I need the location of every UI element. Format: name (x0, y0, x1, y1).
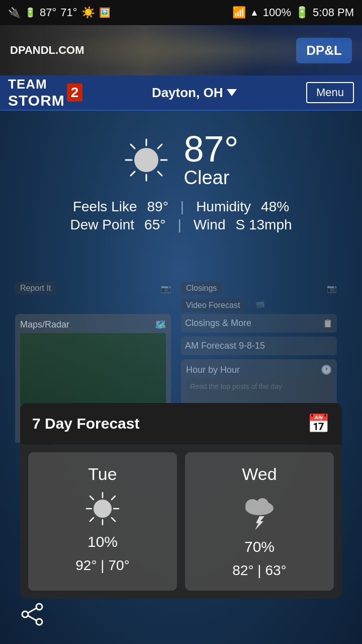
forecast-card[interactable]: 7 Day Forecast 📅 Tue (20, 403, 342, 599)
dropdown-arrow-icon (227, 89, 237, 96)
svg-line-4 (131, 144, 135, 148)
storm-logo: TEAM STORM 2 (8, 76, 82, 109)
svg-point-23 (36, 619, 42, 625)
feels-like-value: 89° (147, 199, 168, 215)
tue-precip: 10% (87, 533, 118, 550)
usb-icon: 🔌 (8, 7, 21, 19)
status-bar: 🔌 🔋 87° 71° ☀️ 🖼️ 📶 ▲ 100% 🔋 5:08 PM (0, 0, 362, 25)
humidity-value: 48% (261, 199, 289, 215)
wind-label: Wind (194, 217, 226, 233)
image-icon: 🖼️ (99, 7, 110, 18)
tue-weather-icon (82, 491, 123, 526)
tue-temps: 92° | 70° (75, 557, 130, 574)
sun-weather-icon (124, 137, 169, 183)
ad-banner[interactable]: DPANDL.COM DP&L (0, 25, 362, 75)
dew-point-value: 65° (144, 217, 165, 233)
storm-team-text: TEAM STORM (8, 76, 65, 109)
share-icon (20, 602, 45, 627)
battery-percent: 100% (263, 6, 291, 19)
report-it-tab: Report It (15, 282, 56, 295)
svg-line-5 (158, 172, 162, 176)
svg-line-14 (112, 518, 115, 521)
day-name-tue: Tue (88, 464, 117, 484)
hour-by-hour-label: Hour by Hour (186, 365, 240, 375)
video-forecast-tab: Video Forecast (181, 299, 245, 312)
calendar-icon: 📅 (307, 413, 330, 434)
day-name-wed: Wed (242, 464, 277, 484)
map-icon: 🗺️ (155, 319, 166, 330)
list-icon: 📋 (323, 318, 333, 328)
status-left: 🔌 🔋 87° 71° ☀️ 🖼️ (8, 6, 110, 19)
maps-radar-label: Maps/Radar (20, 319, 69, 330)
weather-main-display: 87° Clear (124, 131, 239, 189)
weather-details: Feels Like 89° | Humidity 48% Dew Point … (70, 199, 292, 233)
maps-radar-header: Maps/Radar 🗺️ (20, 319, 166, 330)
svg-line-13 (90, 496, 94, 500)
svg-point-24 (22, 611, 28, 617)
svg-line-16 (90, 518, 94, 521)
current-weather-section: 87° Clear Feels Like 89° | Humidity 48% … (0, 111, 362, 243)
forecast-days-container: Tue 10% 92° | 70° (20, 444, 342, 599)
svg-point-8 (134, 148, 158, 172)
temp-low: 71° (60, 6, 77, 19)
wind-value: S 13mph (235, 217, 292, 233)
status-right: 📶 ▲ 100% 🔋 5:08 PM (232, 6, 354, 19)
location-selector[interactable]: Dayton, OH (152, 85, 237, 101)
svg-point-17 (94, 500, 112, 518)
hour-by-hour-header: Hour by Hour 🕐 (186, 364, 332, 375)
weather-status-icon: ☀️ (81, 6, 95, 19)
share-button[interactable] (15, 597, 50, 632)
feels-like-label: Feels Like (73, 199, 137, 215)
closings-tab: Closings (181, 282, 222, 295)
battery-indicator: 🔋 (25, 7, 36, 18)
closings-more-label: Closings & More (185, 318, 251, 329)
am-forecast-label: AM Forecast 9-8-15 (185, 341, 265, 351)
menu-button[interactable]: Menu (306, 82, 354, 103)
forecast-header: 7 Day Forecast 📅 (20, 403, 342, 444)
condition-text: Clear (184, 167, 239, 189)
storm-num: 2 (67, 84, 83, 102)
svg-line-26 (28, 616, 36, 620)
dew-point-label: Dew Point (70, 217, 134, 233)
location-text: Dayton, OH (152, 85, 223, 101)
current-temp: 87° (184, 131, 239, 167)
humidity-label: Humidity (196, 199, 251, 215)
svg-point-22 (36, 604, 42, 610)
time-display: 5:08 PM (313, 6, 354, 19)
svg-marker-21 (255, 516, 264, 530)
wed-weather-icon (239, 491, 280, 531)
forecast-title: 7 Day Forecast (32, 415, 139, 432)
svg-line-15 (112, 496, 115, 500)
svg-line-7 (131, 172, 135, 176)
detail-row-1: Feels Like 89° | Humidity 48% (73, 199, 289, 215)
svg-line-6 (158, 144, 162, 148)
wifi-icon: 📶 (232, 6, 246, 19)
clock-icon: 🕐 (321, 364, 332, 375)
day-card-wed[interactable]: Wed 70% 82° | 63° (185, 452, 334, 591)
wed-temps: 82° | 63° (232, 562, 287, 579)
temp-current: 87° (40, 6, 56, 19)
day-card-tue[interactable]: Tue 10% 92° | 70° (28, 452, 177, 591)
main-content: 87° Clear Feels Like 89° | Humidity 48% … (0, 111, 362, 644)
wed-precip: 70% (244, 538, 275, 555)
svg-line-25 (28, 608, 36, 613)
battery-icon: 🔋 (295, 6, 309, 19)
svg-point-20 (256, 498, 268, 510)
signal-icon: ▲ (250, 8, 259, 18)
temp-display: 87° Clear (184, 131, 239, 189)
app-header: TEAM STORM 2 Dayton, OH Menu (0, 75, 362, 111)
detail-row-2: Dew Point 65° | Wind S 13mph (70, 217, 292, 233)
